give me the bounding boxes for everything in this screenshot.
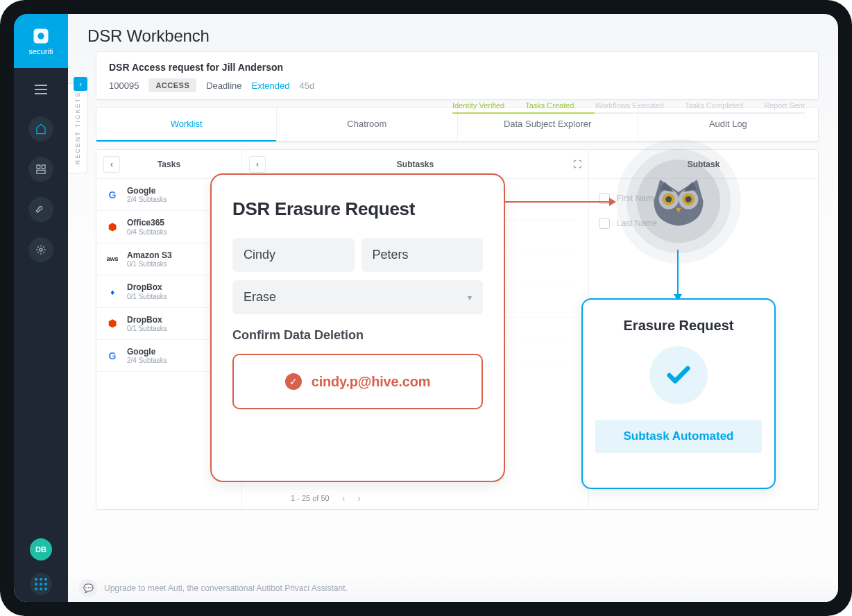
request-type-badge: ACCESS xyxy=(148,78,196,92)
apps-grid-icon[interactable] xyxy=(30,573,52,595)
step-tasks-created: Tasks Created xyxy=(525,101,574,110)
action-value: Erase xyxy=(244,290,276,305)
workflow-steps: Identity Verified Tasks Created Workflow… xyxy=(452,101,805,110)
task-name: Google xyxy=(127,347,167,357)
deadline-label: Deadline xyxy=(206,80,241,91)
task-name: DropBox xyxy=(127,315,167,325)
google-icon: G xyxy=(105,187,120,203)
user-avatar[interactable]: DB xyxy=(30,538,52,561)
confirm-email: cindy.p@hive.com xyxy=(312,374,431,390)
upgrade-text: Upgrade to meet Auti, the conversational… xyxy=(104,583,348,593)
confirm-email-box[interactable]: ✓ cindy.p@hive.com xyxy=(232,354,483,409)
office-icon: ⬢ xyxy=(105,316,120,331)
first-name-field[interactable]: Cindy xyxy=(232,238,355,272)
result-title: Erasure Request xyxy=(595,318,762,334)
menu-toggle-icon[interactable] xyxy=(29,78,53,101)
erasure-modal-title: DSR Erasure Request xyxy=(232,198,483,220)
tab-worklist[interactable]: Worklist xyxy=(96,108,276,142)
subtasks-header: Subtasks xyxy=(397,160,434,169)
google-icon: G xyxy=(105,348,120,363)
tab-chatroom[interactable]: Chatroom xyxy=(276,108,457,142)
brand-logo[interactable]: securiti xyxy=(14,14,68,68)
nav-home-icon[interactable] xyxy=(28,117,53,142)
chevron-down-icon: ▾ xyxy=(468,293,472,302)
task-subcount: 0/1 Subtasks xyxy=(127,260,172,268)
task-name: Google xyxy=(127,186,167,196)
request-title: DSR Access request for Jill Anderson xyxy=(109,62,806,73)
step-workflows-executed: Workflows Executed xyxy=(595,101,663,110)
step-tasks-completed: Tasks Completed xyxy=(685,101,743,110)
chevron-right-icon[interactable]: › xyxy=(74,77,87,91)
pager-range: 1 - 25 of 50 xyxy=(291,494,330,502)
svg-rect-2 xyxy=(37,165,40,169)
task-name: Amazon S3 xyxy=(127,250,172,260)
task-subcount: 0/1 Subtasks xyxy=(127,325,167,332)
request-id: 100095 xyxy=(109,80,139,91)
deadline-extended[interactable]: Extended xyxy=(252,80,290,91)
request-meta-card: DSR Access request for Jill Anderson 100… xyxy=(96,51,819,100)
nav-settings-icon[interactable] xyxy=(28,237,53,262)
nav-dashboard-icon[interactable] xyxy=(28,157,53,182)
avatar-initials: DB xyxy=(35,545,46,554)
side-nav: securiti DB xyxy=(14,14,68,602)
task-subcount: 2/4 Subtasks xyxy=(127,357,167,364)
erasure-request-modal: DSR Erasure Request Cindy Peters Erase ▾… xyxy=(210,173,505,482)
owl-assistant-icon xyxy=(616,139,741,264)
tablet-frame: securiti DB DSR Workbench › RECENT TICKE xyxy=(0,0,852,616)
pager-next-icon[interactable]: › xyxy=(357,493,361,504)
recent-tickets-label: RECENT TICKETS xyxy=(74,92,81,164)
dropbox-icon: ⬧ xyxy=(105,284,120,299)
svg-point-1 xyxy=(37,33,44,39)
nav-tools-icon[interactable] xyxy=(28,197,53,222)
step-identity-verified: Identity Verified xyxy=(452,101,504,110)
svg-point-5 xyxy=(40,248,42,251)
svg-rect-4 xyxy=(37,170,45,173)
subtasks-back-icon[interactable]: ‹ xyxy=(249,156,266,173)
task-name: Office365 xyxy=(127,218,167,228)
result-badge: Subtask Automated xyxy=(595,420,762,453)
page-title: DSR Workbench xyxy=(87,26,819,46)
main-area: DSR Workbench › RECENT TICKETS DSR Acces… xyxy=(68,14,838,602)
upgrade-banner[interactable]: 💬 Upgrade to meet Auti, the conversation… xyxy=(68,574,838,602)
svg-rect-3 xyxy=(42,165,45,169)
task-subcount: 0/1 Subtasks xyxy=(127,293,167,300)
pagination: 1 - 25 of 50 ‹ › xyxy=(291,493,361,504)
pager-prev-icon[interactable]: ‹ xyxy=(342,493,346,504)
brand-text: securiti xyxy=(29,47,53,55)
confirm-deletion-label: Confirm Data Deletion xyxy=(232,328,483,343)
automation-result-modal: Erasure Request Subtask Automated xyxy=(581,298,776,489)
aws-icon: aws xyxy=(105,251,120,266)
app-screen: securiti DB DSR Workbench › RECENT TICKE xyxy=(14,14,838,602)
chat-bubble-icon: 💬 xyxy=(79,579,97,597)
first-name-value: Cindy xyxy=(244,248,275,262)
flow-arrow-right-icon xyxy=(504,201,615,203)
checkbox-icon[interactable] xyxy=(599,218,610,229)
tasks-back-icon[interactable]: ‹ xyxy=(103,156,120,173)
expand-icon[interactable]: ⛶ xyxy=(573,160,581,169)
tasks-header: Tasks xyxy=(157,160,180,169)
deadline-days: 45d xyxy=(300,80,315,91)
office-icon: ⬢ xyxy=(105,219,120,234)
task-subcount: 0/4 Subtasks xyxy=(127,228,167,236)
action-select[interactable]: Erase ▾ xyxy=(232,280,483,314)
last-name-value: Peters xyxy=(373,248,409,262)
check-circle-icon: ✓ xyxy=(285,373,302,390)
step-report-sent: Report Sent xyxy=(764,101,805,110)
page-header: DSR Workbench xyxy=(68,14,838,51)
recent-tickets-tab[interactable]: › RECENT TICKETS xyxy=(68,83,87,173)
brand-icon xyxy=(31,26,51,46)
success-check-icon xyxy=(649,346,708,404)
last-name-field[interactable]: Peters xyxy=(361,238,484,272)
task-subcount: 2/4 Subtasks xyxy=(127,196,167,203)
task-name: DropBox xyxy=(127,282,167,292)
